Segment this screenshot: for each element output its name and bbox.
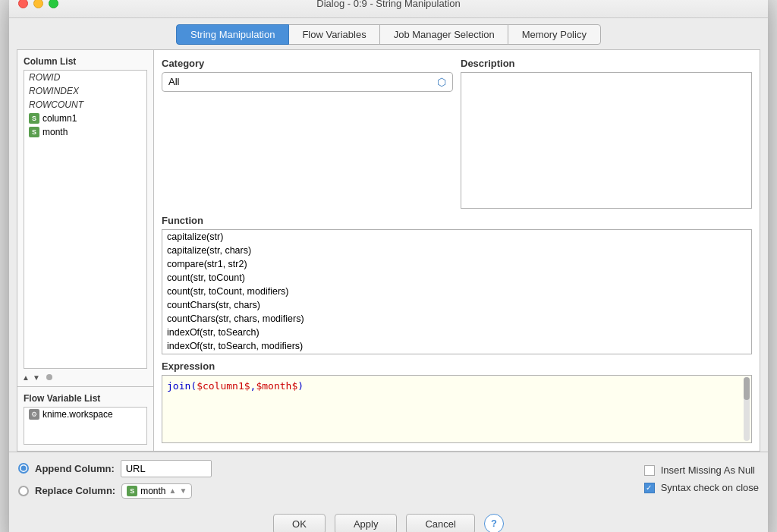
function-item[interactable]: indexOf(str, toSearch) (162, 326, 751, 339)
description-box (461, 72, 752, 209)
insert-missing-row: Insert Missing As Null (644, 464, 759, 476)
button-row: OK Apply Cancel ? (9, 506, 768, 533)
expression-func: join( (167, 380, 197, 392)
radio-group: Append Column: Replace Column: S month ▲… (18, 460, 212, 499)
category-section: Category All ⬡ (162, 58, 453, 209)
column-list-label: Column List (24, 56, 147, 67)
flow-item[interactable]: ⚙ knime.workspace (24, 408, 146, 421)
cancel-button[interactable]: Cancel (406, 514, 474, 533)
apply-button[interactable]: Apply (335, 514, 398, 533)
titlebar: Dialog - 0:9 - String Manipulation (9, 0, 768, 18)
replace-column-radio[interactable] (18, 486, 29, 496)
chevron-down-icon: ⬡ (437, 76, 446, 88)
expression-section: Expression join($column1$,$month$) (162, 360, 752, 443)
scroll-thumb (744, 377, 750, 400)
ok-button[interactable]: OK (273, 514, 326, 533)
minimize-button[interactable] (33, 0, 43, 8)
function-item[interactable]: countChars(str, chars) (162, 298, 751, 312)
list-item[interactable]: ROWINDEX (24, 84, 146, 98)
list-item[interactable]: S month (24, 125, 146, 139)
flow-variable-section: Flow Variable List ⚙ knime.workspace (17, 390, 153, 451)
function-item[interactable]: compare(str1, str2) (162, 257, 751, 271)
category-value: All (168, 76, 179, 87)
gear-badge-icon: ⚙ (29, 409, 39, 420)
function-item[interactable]: countChars(str, chars, modifiers) (162, 312, 751, 326)
append-column-label: Append Column: (35, 463, 115, 474)
description-label: Description (461, 58, 752, 69)
category-label: Category (162, 58, 453, 69)
replace-column-select[interactable]: S month ▲ ▼ (121, 483, 192, 499)
panel-divider (17, 386, 153, 387)
append-column-row: Append Column: (18, 460, 212, 477)
append-column-radio[interactable] (18, 463, 29, 474)
replace-column-value: month (140, 486, 165, 496)
knime-workspace-label: knime.workspace (42, 409, 113, 420)
column1-label: column1 (42, 113, 77, 124)
function-label: Function (162, 215, 752, 226)
rowindex-label: ROWINDEX (29, 86, 79, 96)
tab-flow-variables[interactable]: Flow Variables (288, 24, 380, 45)
s-badge-icon: S (127, 486, 137, 496)
category-select[interactable]: All ⬡ (162, 72, 453, 92)
right-panel: Category All ⬡ Description Function capi… (154, 50, 760, 451)
tab-bar: String Manipulation Flow Variables Job M… (9, 18, 768, 49)
replace-column-label: Replace Column: (35, 485, 115, 496)
close-button[interactable] (18, 0, 28, 8)
syntax-check-label: Syntax check on close (661, 482, 759, 493)
insert-missing-checkbox[interactable] (644, 465, 655, 476)
window-title: Dialog - 0:9 - String Manipulation (316, 0, 460, 9)
up-arrow-icon[interactable]: ▲ (22, 373, 30, 382)
tab-memory-policy[interactable]: Memory Policy (508, 24, 601, 45)
column-list-section: Column List ROWID ROWINDEX ROWCOUNT S co… (17, 50, 153, 372)
list-item[interactable]: ROWCOUNT (24, 98, 146, 112)
left-panel: Column List ROWID ROWINDEX ROWCOUNT S co… (17, 50, 154, 451)
maximize-button[interactable] (49, 0, 58, 8)
chevron-down-icon: ▼ (179, 486, 187, 495)
replace-column-row: Replace Column: S month ▲ ▼ (18, 483, 212, 499)
tab-job-manager-selection[interactable]: Job Manager Selection (379, 24, 509, 45)
append-column-input[interactable] (121, 460, 212, 477)
tab-string-manipulation[interactable]: String Manipulation (176, 24, 289, 45)
function-item[interactable]: indexOf(str, toSearch, start) (162, 353, 751, 354)
expression-label: Expression (162, 360, 752, 372)
chevron-up-icon: ▲ (169, 486, 177, 495)
expression-scrollbar[interactable] (744, 377, 750, 441)
help-button[interactable]: ? (484, 514, 504, 533)
function-item[interactable]: indexOf(str, toSearch, modifiers) (162, 339, 751, 353)
expression-close: ) (297, 380, 304, 392)
function-item[interactable]: count(str, toCount, modifiers) (162, 285, 751, 298)
syntax-check-checkbox[interactable] (644, 483, 655, 493)
rowid-label: ROWID (29, 72, 60, 83)
month-label: month (42, 127, 68, 137)
function-section: Function capitalize(str) capitalize(str,… (162, 215, 752, 354)
s-badge-icon: S (29, 127, 39, 137)
list-item[interactable]: S column1 (24, 112, 146, 125)
flow-variable-label: Flow Variable List (24, 393, 147, 404)
s-badge-icon: S (29, 113, 39, 124)
rowcount-label: ROWCOUNT (29, 99, 83, 110)
bottom-controls: Append Column: Replace Column: S month ▲… (9, 452, 768, 506)
function-item[interactable]: capitalize(str) (162, 230, 751, 244)
category-description-row: Category All ⬡ Description (162, 58, 752, 209)
nav-arrows: ▲ ▼ (17, 372, 153, 383)
main-content: Column List ROWID ROWINDEX ROWCOUNT S co… (17, 49, 760, 452)
dialog-window: Dialog - 0:9 - String Manipulation Strin… (9, 0, 768, 532)
function-list[interactable]: capitalize(str) capitalize(str, chars) c… (162, 229, 752, 354)
description-section: Description (461, 58, 752, 209)
expression-box[interactable]: join($column1$,$month$) (162, 375, 752, 443)
right-controls: Insert Missing As Null Syntax check on c… (644, 464, 759, 493)
list-item[interactable]: ROWID (24, 71, 146, 84)
down-arrow-icon[interactable]: ▼ (33, 373, 40, 382)
scroll-indicator (46, 374, 52, 380)
insert-missing-label: Insert Missing As Null (661, 464, 755, 476)
traffic-lights (18, 0, 58, 8)
function-item[interactable]: count(str, toCount) (162, 271, 751, 285)
column-list[interactable]: ROWID ROWINDEX ROWCOUNT S column1 S mont (24, 70, 147, 369)
expression-arg1: $column1$ (197, 380, 250, 392)
function-item[interactable]: capitalize(str, chars) (162, 244, 751, 257)
expression-arg2: $month$ (256, 380, 297, 392)
flow-variable-list[interactable]: ⚙ knime.workspace (24, 407, 147, 445)
syntax-check-row: Syntax check on close (644, 482, 759, 493)
